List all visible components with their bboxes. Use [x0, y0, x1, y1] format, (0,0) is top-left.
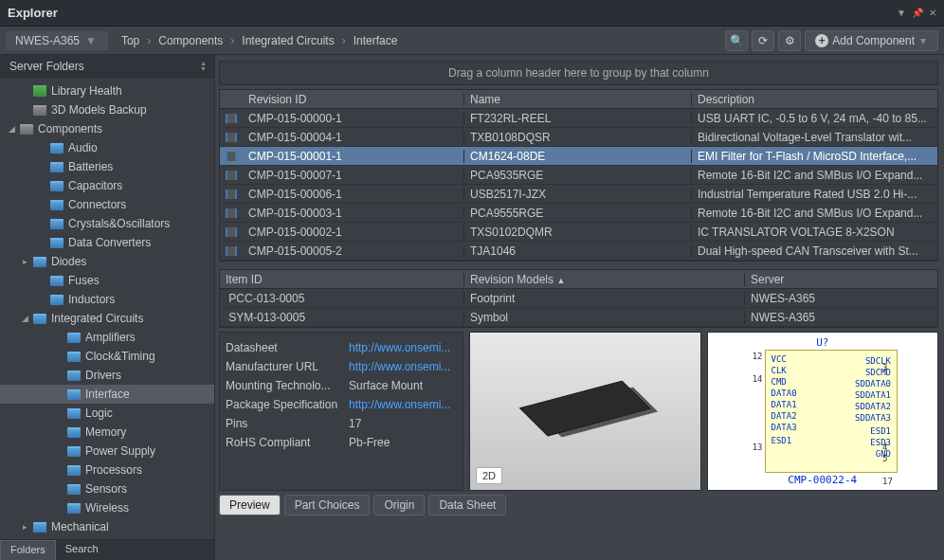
breadcrumb-components[interactable]: Components [153, 31, 228, 50]
prop-rohs-val: Pb-Free [349, 436, 457, 449]
tab-folders[interactable]: Folders [0, 540, 56, 560]
sidebar-tabs: Folders Search [0, 539, 214, 560]
pin-icon[interactable]: 📌 [912, 8, 923, 18]
refresh-button[interactable]: ⟳ [752, 30, 774, 51]
schematic-symbol: VCCCLKCMDDATA0DATA1DATA2DATA3ESD1 SDCLKS… [765, 350, 899, 473]
chip-3d-model [519, 380, 651, 436]
tree-batteries[interactable]: Batteries [0, 157, 214, 176]
tree-data-converters[interactable]: Data Converters [0, 233, 214, 252]
components-grid: Revision ID Name Description CMP-015-000… [219, 89, 938, 262]
grid-row[interactable]: CMP-015-00004-1 TXB0108DQSR Bidirectiona… [220, 128, 937, 147]
tree-crystals[interactable]: Crystals&Oscillators [0, 214, 214, 233]
prop-datasheet-key: Datasheet [226, 341, 349, 354]
component-icon [226, 171, 237, 180]
pin-number: 4 [882, 443, 930, 452]
grid-row[interactable]: CMP-015-00006-1 USB2517I-JZX Industrial … [220, 185, 937, 204]
tree-library-health[interactable]: Library Health [0, 81, 214, 100]
tree-integrated-circuits[interactable]: ◢Integrated Circuits [0, 309, 214, 328]
tree-connectors[interactable]: Connectors [0, 195, 214, 214]
prop-datasheet-val[interactable]: http://www.onsemi... [349, 341, 457, 354]
breadcrumb-ic[interactable]: Integrated Circuits [236, 31, 339, 50]
workspace-selector[interactable]: NWES-A365▼ [6, 31, 108, 50]
tree-components[interactable]: ◢Components [0, 119, 214, 138]
prop-pkg-key: Package Specification [226, 398, 349, 411]
close-icon[interactable]: ✕ [929, 8, 936, 18]
col-server[interactable]: Server [745, 273, 937, 286]
col-item-id[interactable]: Item ID [220, 273, 464, 286]
pin-number: 17 [882, 477, 930, 486]
tree-amplifiers[interactable]: Amplifiers [0, 328, 214, 347]
breadcrumb-interface[interactable]: Interface [348, 31, 404, 50]
add-component-button[interactable]: + Add Component ▾ [805, 30, 938, 51]
prop-pkg-val[interactable]: http://www.onsemi... [349, 398, 457, 411]
tree-processors[interactable]: Processors [0, 461, 214, 479]
pin-icon[interactable]: ▼ [897, 8, 906, 18]
tree-sensors[interactable]: Sensors [0, 479, 214, 498]
grid-row[interactable]: CMP-015-00001-1 CM1624-08DE EMI Filter f… [220, 147, 937, 166]
tree-wireless[interactable]: Wireless [0, 498, 214, 517]
grid-row[interactable]: CMP-015-00002-1 TXS0102DQMR IC TRANSLATO… [220, 223, 937, 242]
schematic-ref: U? [816, 336, 828, 349]
tab-part-choices[interactable]: Part Choices [284, 495, 371, 515]
schematic-cmp: CMP-00022-4 [788, 474, 857, 486]
3d-render-panel[interactable]: 2D [469, 332, 701, 491]
component-icon [226, 227, 237, 237]
tree-clock[interactable]: Clock&Timing [0, 347, 214, 366]
search-button[interactable]: 🔍 [725, 30, 748, 51]
tab-datasheet[interactable]: Data Sheet [428, 495, 506, 515]
chevron-right-icon: › [230, 34, 234, 47]
folder-tree[interactable]: Library Health 3D Models Backup ◢Compone… [0, 78, 214, 539]
schematic-panel[interactable]: U? VCCCLKCMDDATA0DATA1DATA2DATA3ESD1 SDC… [707, 332, 939, 491]
prop-mount-val: Surface Mount [349, 379, 457, 392]
tree-power[interactable]: Power Supply [0, 442, 214, 461]
grid-row[interactable]: CMP-015-00005-2 TJA1046 Dual High-speed … [220, 242, 937, 261]
sort-icon[interactable]: ▲▼ [200, 61, 207, 72]
tree-audio[interactable]: Audio [0, 138, 214, 157]
tree-inductors[interactable]: Inductors [0, 290, 214, 309]
tree-capacitors[interactable]: Capacitors [0, 176, 214, 195]
properties-panel: Datasheethttp://www.onsemi... Manufactur… [219, 332, 463, 491]
tree-interface[interactable]: Interface [0, 385, 214, 404]
component-icon [226, 133, 237, 142]
sidebar-title: Server Folders [9, 60, 84, 73]
tab-preview[interactable]: Preview [219, 495, 281, 515]
preview-panels: Datasheethttp://www.onsemi... Manufactur… [219, 332, 938, 491]
tree-logic[interactable]: Logic [0, 404, 214, 423]
col-revision[interactable]: Revision ID [243, 93, 464, 106]
component-icon [226, 190, 237, 199]
prop-pins-val: 17 [349, 417, 457, 430]
tab-origin[interactable]: Origin [373, 495, 425, 515]
component-icon [226, 208, 237, 218]
settings-button[interactable]: ⚙ [778, 30, 801, 51]
prop-rohs-key: RoHS Compliant [226, 436, 349, 449]
tab-search[interactable]: Search [56, 540, 108, 560]
component-icon [226, 246, 237, 256]
col-description[interactable]: Description [692, 93, 937, 106]
grid-row[interactable]: CMP-015-00007-1 PCA9535RGE Remote 16-Bit… [220, 166, 937, 185]
prop-mount-key: Mounting Technolo... [226, 379, 349, 392]
model-row[interactable]: SYM-013-0005 Symbol NWES-A365 [220, 308, 937, 327]
model-row[interactable]: PCC-013-0005 Footprint NWES-A365 [220, 289, 937, 308]
pin-number: 12 [716, 352, 763, 361]
sidebar: Server Folders ▲▼ Library Health 3D Mode… [0, 55, 215, 560]
component-icon [226, 114, 237, 123]
col-revision-models[interactable]: Revision Models ▲ [464, 273, 745, 286]
tree-memory[interactable]: Memory [0, 423, 214, 442]
tree-mechanical[interactable]: ▸Mechanical [0, 517, 214, 536]
grid-header: Revision ID Name Description [220, 90, 937, 109]
window-title: Explorer [8, 6, 58, 20]
grid-row[interactable]: CMP-015-00000-1 FT232RL-REEL USB UART IC… [220, 109, 937, 128]
col-name[interactable]: Name [464, 93, 692, 106]
tree-diodes[interactable]: ▸Diodes [0, 252, 214, 271]
tree-models-backup[interactable]: 3D Models Backup [0, 100, 214, 119]
tree-fuses[interactable]: Fuses [0, 271, 214, 290]
group-hint[interactable]: Drag a column header here to group by th… [219, 61, 938, 85]
grid-row[interactable]: CMP-015-00003-1 PCA9555RGE Remote 16-Bit… [220, 204, 937, 223]
view-mode-badge[interactable]: 2D [476, 467, 502, 484]
component-icon [226, 152, 237, 161]
pin-number: 13 [716, 443, 763, 452]
prop-mfr-val[interactable]: http://www.onsemi... [349, 360, 457, 373]
tree-drivers[interactable]: Drivers [0, 366, 214, 385]
breadcrumb-top[interactable]: Top [116, 31, 145, 50]
plus-icon: + [815, 34, 828, 47]
